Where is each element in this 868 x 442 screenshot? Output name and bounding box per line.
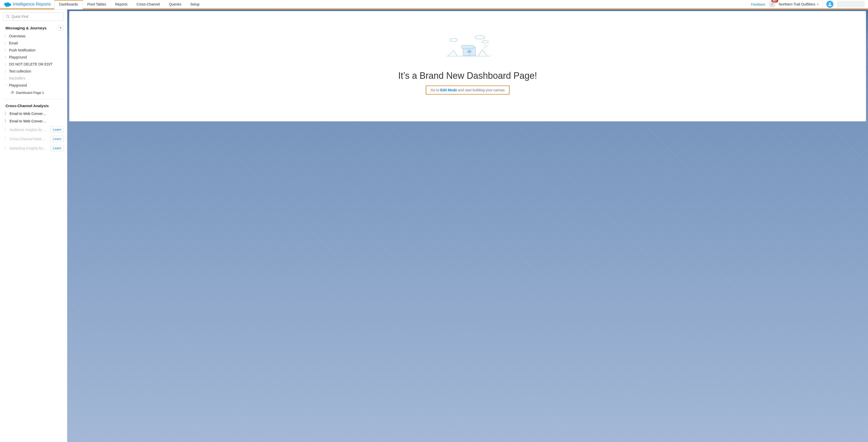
cca-audience-insights[interactable]: 〉Audience Insights for Adv… Learn (0, 125, 67, 134)
body: Messaging & Journeys ▼ 〉Overviews 〉Email… (0, 9, 868, 442)
tab-dashboards[interactable]: Dashboards (54, 0, 83, 9)
learn-button[interactable]: Learn (50, 126, 64, 133)
tab-cross-channel[interactable]: Cross-Channel (132, 0, 164, 9)
org-switcher[interactable]: Northern Trail Outfitters ▼ (779, 2, 819, 6)
topbar: Intelligence Reports Dashboards Pivot Ta… (0, 0, 868, 9)
quick-find[interactable] (3, 12, 63, 21)
tree-rachelles[interactable]: 〉Rachelle's (0, 75, 67, 82)
section-title: Cross-Channel Analysis (5, 104, 49, 108)
chevron-right-icon: 〉 (4, 69, 7, 73)
divider (823, 1, 823, 7)
chevron-right-icon: 〉 (4, 41, 7, 45)
quick-find-input[interactable] (11, 14, 61, 19)
chevron-right-icon: 〉 (4, 119, 8, 123)
global-search[interactable] (837, 1, 865, 7)
svg-point-7 (482, 41, 488, 43)
chevron-right-icon: 〉 (4, 137, 8, 141)
org-name: Northern Trail Outfitters (779, 2, 815, 6)
chevron-right-icon: 〉 (4, 62, 7, 66)
chevron-down-icon: ﹀ (4, 84, 7, 87)
main-area: It’s a Brand New Dashboard Page! Go to E… (67, 9, 868, 442)
learn-button[interactable]: Learn (50, 145, 64, 151)
chevron-right-icon: 〉 (4, 34, 7, 38)
svg-point-1 (771, 3, 772, 4)
section-title: Messaging & Journeys (5, 26, 46, 30)
svg-point-6 (475, 36, 485, 39)
tree-push-notification[interactable]: 〉Push Notification (0, 46, 67, 54)
tree-playground-expanded[interactable]: ﹀Playground (0, 82, 67, 89)
chevron-right-icon: 〉 (4, 49, 7, 52)
svg-point-5 (450, 38, 458, 42)
salesforce-cloud-icon (3, 1, 11, 7)
notification-badge: 99+ (771, 0, 778, 2)
edit-mode-callout[interactable]: Go to Edit Mode and start building your … (426, 86, 510, 95)
cca-email-to-web-2[interactable]: 〉Email to Web Conversion (0, 117, 67, 125)
brand-title: Intelligence Reports (13, 2, 51, 7)
section-messaging-journeys: Messaging & Journeys ▼ (0, 24, 67, 33)
chevron-right-icon: 〉 (4, 146, 8, 151)
empty-title: It’s a Brand New Dashboard Page! (69, 70, 866, 81)
svg-rect-11 (468, 51, 471, 53)
svg-rect-9 (462, 45, 474, 49)
tree-email[interactable]: 〉Email (0, 40, 67, 46)
learn-button[interactable]: Learn (50, 136, 64, 142)
user-avatar[interactable] (826, 1, 833, 8)
callout-post: and start building your canvas (457, 88, 505, 92)
chevron-down-icon: ▼ (816, 3, 819, 6)
tab-reports[interactable]: Reports (111, 0, 132, 9)
cca-cross-channel-marketing[interactable]: 〉Cross-Channel Marketing … Learn (0, 134, 67, 144)
svg-point-0 (770, 2, 774, 6)
topbar-spacer (204, 0, 747, 9)
tree-do-not-delete[interactable]: 〉DO NOT DELETE OR EDIT (0, 61, 67, 68)
chevron-right-icon: 〉 (4, 112, 8, 116)
section-menu-button[interactable]: ▼ (58, 25, 63, 31)
tree-overviews[interactable]: 〉Overviews (0, 33, 67, 40)
chevron-right-icon: 〉 (4, 56, 7, 59)
brand[interactable]: Intelligence Reports (0, 0, 54, 9)
dashboard-page-icon (10, 91, 14, 94)
callout-pre: Go to (431, 88, 440, 92)
dashboard-canvas: It’s a Brand New Dashboard Page! Go to E… (69, 11, 866, 121)
svg-line-4 (8, 17, 9, 18)
tab-pivot-tables[interactable]: Pivot Tables (83, 0, 111, 9)
sidebar: Messaging & Journeys ▼ 〉Overviews 〉Email… (0, 9, 67, 442)
tree-test-collection[interactable]: 〉Test collection (0, 68, 67, 75)
tab-queries[interactable]: Queries (164, 0, 186, 9)
feedback-link[interactable]: Feedback (751, 2, 765, 6)
cca-marketing-insights[interactable]: 〉Marketing Insights for Sal… Learn (0, 144, 67, 153)
empty-state: It’s a Brand New Dashboard Page! Go to E… (69, 23, 866, 109)
sidebar-divider (3, 99, 63, 99)
tab-setup[interactable]: Setup (186, 0, 204, 9)
svg-point-3 (6, 15, 8, 17)
main-tabs: Dashboards Pivot Tables Reports Cross-Ch… (54, 0, 204, 9)
cca-email-to-web-1[interactable]: 〉Email to Web Conversion (0, 110, 67, 117)
svg-point-2 (772, 3, 773, 4)
chevron-right-icon: 〉 (4, 127, 8, 132)
topbar-right: Feedback 99+ Northern Trail Outfitters ▼ (748, 0, 868, 9)
empty-illustration (441, 33, 494, 63)
tree-playground[interactable]: 〉Playground (0, 54, 67, 61)
section-cross-channel: Cross-Channel Analysis (0, 102, 67, 110)
search-icon (6, 14, 10, 19)
edit-mode-link[interactable]: Edit Mode (440, 88, 457, 92)
tree-dashboard-page-1[interactable]: Dashboard Page 1 (0, 89, 67, 96)
chevron-right-icon: 〉 (4, 76, 7, 80)
astro-icon[interactable]: 99+ (769, 1, 775, 7)
